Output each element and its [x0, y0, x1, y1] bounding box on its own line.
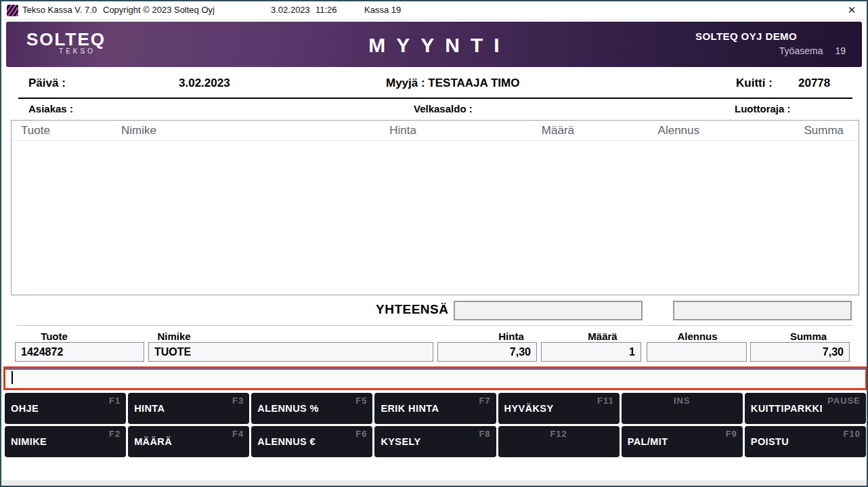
fkey-label: OHJE	[11, 403, 39, 414]
fkey-label: HYVÄKSY	[504, 403, 554, 414]
command-input[interactable]	[3, 366, 867, 390]
command-input-inner	[5, 368, 865, 388]
header-right: SOLTEQ OYJ DEMO Työasema19	[695, 30, 846, 56]
entry-label-hinta: Hinta	[498, 331, 524, 342]
debt-balance-label: Velkasaldo :	[414, 103, 473, 114]
fkey-f12-unassigned[interactable]: F12	[498, 426, 620, 457]
app-header: SOLTEQ TEKSO MYYNTI SOLTEQ OYJ DEMO Työa…	[6, 22, 862, 67]
fkey-shortcut: F2	[109, 429, 121, 439]
fkey-shortcut: F1	[109, 396, 121, 406]
fkey-label: ALENNUS %	[257, 403, 319, 414]
fkey-shortcut: F12	[550, 429, 567, 439]
fkey-shortcut: F9	[726, 429, 737, 439]
fkey-label: NIMIKE	[11, 436, 47, 447]
seller-line: Myyjä : TESTAAJA TIMO	[386, 77, 519, 90]
fkey-shortcut: F6	[355, 429, 367, 439]
fkey-label: KYSELY	[381, 436, 420, 447]
workstation-label: Työasema	[779, 45, 823, 56]
fkey-shortcut: F11	[597, 396, 614, 406]
product-name-field[interactable]: TUOTE	[148, 342, 433, 362]
copyright-text: Copyright © 2023 Solteq Oyj	[103, 1, 215, 19]
date-label: Päivä :	[28, 77, 66, 90]
customer-label: Asiakas :	[28, 103, 73, 114]
workstation-line: Työasema19	[695, 45, 846, 56]
entry-label-summa: Summa	[790, 331, 827, 342]
fkey-label: KUITTIPARKKI	[751, 403, 823, 414]
titlebar-date: 3.02.2023	[271, 1, 310, 19]
window-title: Tekso Kassa V. 7.0	[22, 1, 97, 19]
fkey-hyvaksy[interactable]: HYVÄKSY F11	[498, 393, 620, 424]
discount-field[interactable]	[647, 342, 747, 362]
price-field[interactable]: 7,30	[437, 342, 537, 362]
fkey-label: ERIK HINTA	[381, 403, 439, 414]
separator-line	[18, 98, 852, 99]
register-number: Kassa 19	[364, 1, 401, 19]
column-header-hinta: Hinta	[335, 124, 416, 137]
fkey-label: MÄÄRÄ	[134, 436, 172, 447]
close-icon[interactable]: ✕	[842, 1, 861, 19]
column-header-summa: Summa	[753, 124, 844, 137]
date-value: 3.02.2023	[179, 77, 230, 90]
total-label: YHTEENSÄ	[376, 302, 448, 317]
entry-label-alennus: Alennus	[677, 331, 717, 342]
fkey-shortcut: F3	[232, 396, 244, 406]
fkey-shortcut: F7	[479, 396, 490, 406]
fkey-shortcut: F4	[232, 429, 244, 439]
fkey-label: POISTU	[751, 436, 789, 447]
separator-line-light	[16, 325, 853, 326]
fkey-alennus-eur[interactable]: ALENNUS € F6	[251, 426, 372, 457]
entry-label-nimike: Nimike	[157, 331, 190, 342]
table-header-divider	[12, 140, 859, 141]
product-code-field[interactable]: 1424872	[15, 342, 144, 362]
fkey-kuittiparkki[interactable]: KUITTIPARKKI PAUSE	[745, 393, 866, 424]
text-caret	[12, 371, 13, 384]
receipt-label: Kuitti :	[736, 77, 773, 90]
fkey-label: PAL/MIT	[628, 436, 668, 447]
app-window: Tekso Kassa V. 7.0 Copyright © 2023 Solt…	[0, 0, 868, 487]
fkey-label: HINTA	[134, 403, 165, 414]
title-bar: Tekso Kassa V. 7.0 Copyright © 2023 Solt…	[1, 1, 867, 20]
fkey-shortcut: F5	[355, 396, 367, 406]
receipt-items-table: Tuote Nimike Hinta Määrä Alennus Summa	[11, 120, 859, 295]
fkey-nimike[interactable]: NIMIKE F2	[5, 426, 126, 457]
function-key-grid: OHJE F1 HINTA F3 ALENNUS % F5 ERIK HINTA…	[5, 393, 866, 457]
workstation-value: 19	[835, 45, 846, 56]
fkey-poistu[interactable]: POISTU F10	[745, 426, 866, 457]
fkey-pal-mit[interactable]: PAL/MIT F9	[622, 426, 743, 457]
fkey-shortcut: INS	[674, 396, 691, 406]
entry-label-maara: Määrä	[588, 331, 617, 342]
company-name: SOLTEQ OYJ DEMO	[695, 30, 846, 42]
fkey-ohje[interactable]: OHJE F1	[5, 393, 126, 424]
fkey-ins-unassigned[interactable]: INS	[622, 393, 743, 424]
fkey-shortcut: PAUSE	[827, 396, 861, 406]
fkey-shortcut: F10	[844, 429, 861, 439]
total-amount-field	[454, 301, 643, 320]
fkey-hinta[interactable]: HINTA F3	[128, 393, 249, 424]
fkey-erik-hinta[interactable]: ERIK HINTA F7	[374, 393, 496, 424]
entry-label-tuote: Tuote	[41, 331, 68, 342]
column-header-nimike: Nimike	[121, 124, 156, 137]
quantity-field[interactable]: 1	[541, 342, 641, 362]
fkey-label: ALENNUS €	[257, 436, 316, 447]
sum-field[interactable]: 7,30	[750, 342, 850, 362]
column-header-alennus: Alennus	[609, 124, 699, 137]
receipt-number: 20778	[798, 77, 830, 90]
fkey-alennus-pct[interactable]: ALENNUS % F5	[251, 393, 372, 424]
fkey-shortcut: F8	[479, 429, 490, 439]
bottom-strip	[1, 480, 867, 486]
fkey-maara[interactable]: MÄÄRÄ F4	[128, 426, 249, 457]
column-header-maara: Määrä	[493, 124, 574, 137]
credit-limit-label: Luottoraja :	[735, 103, 791, 114]
column-header-tuote: Tuote	[21, 124, 50, 137]
fkey-kysely[interactable]: KYSELY F8	[374, 426, 496, 457]
titlebar-time: 11:26	[316, 1, 337, 19]
total-secondary-field	[673, 301, 852, 320]
app-icon	[7, 5, 18, 16]
